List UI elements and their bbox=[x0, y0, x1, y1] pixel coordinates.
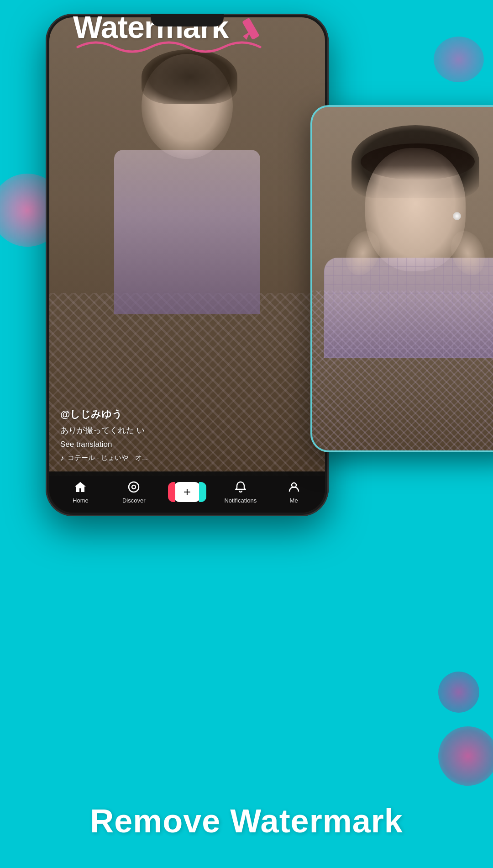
nav-item-home[interactable]: Home bbox=[62, 481, 99, 504]
svg-point-3 bbox=[132, 485, 136, 489]
plus-icon: + bbox=[184, 486, 191, 498]
bottom-navigation: Home Discover bbox=[49, 471, 325, 513]
nav-item-notifications[interactable]: Notifications bbox=[222, 481, 259, 504]
nav-item-add[interactable]: + bbox=[169, 482, 205, 502]
video-text-overlay: @しじみゆう ありが撮ってくれた い See translation ♪ コテー… bbox=[60, 408, 288, 462]
phone-frame: @しじみゆう ありが撮ってくれた い See translation ♪ コテー… bbox=[46, 14, 329, 516]
discover-icon bbox=[127, 481, 140, 495]
me-label: Me bbox=[290, 497, 298, 504]
nav-item-me[interactable]: Me bbox=[276, 481, 312, 504]
screenshot-card bbox=[310, 105, 493, 452]
me-icon bbox=[288, 481, 300, 495]
remove-watermark-text: Remove Watermark bbox=[0, 801, 493, 841]
video-music-info: ♪ コテール - じょいや オ... bbox=[60, 454, 288, 462]
person-figure bbox=[123, 40, 251, 314]
phone-screen: @しじみゆう ありが撮ってくれた い See translation ♪ コテー… bbox=[49, 17, 325, 513]
card-shirt-texture bbox=[312, 291, 493, 450]
discover-label: Discover bbox=[122, 497, 146, 504]
video-background: @しじみゆう ありが撮ってくれた い See translation ♪ コテー… bbox=[49, 17, 325, 513]
home-icon bbox=[74, 481, 87, 495]
add-button[interactable]: + bbox=[173, 482, 201, 502]
phone-container: @しじみゆう ありが撮ってくれた い See translation ♪ コテー… bbox=[46, 14, 329, 516]
phone-notch bbox=[151, 14, 224, 26]
svg-point-2 bbox=[129, 482, 139, 492]
video-translation-link[interactable]: See translation bbox=[60, 440, 288, 449]
video-username: @しじみゆう bbox=[60, 408, 288, 421]
watermark-squiggle bbox=[73, 36, 269, 54]
music-note-icon: ♪ bbox=[60, 454, 64, 462]
nav-item-discover[interactable]: Discover bbox=[115, 481, 152, 504]
blob-pink-bottom-right bbox=[438, 726, 493, 786]
blob-pink-top-right bbox=[434, 37, 484, 82]
music-text: コテール - じょいや オ... bbox=[68, 454, 148, 462]
notifications-icon bbox=[234, 481, 247, 495]
notifications-label: Notifications bbox=[224, 497, 257, 504]
home-label: Home bbox=[73, 497, 89, 504]
remove-watermark-section: Remove Watermark bbox=[0, 801, 493, 841]
blob-purple-bottom-right bbox=[438, 672, 479, 713]
video-caption: ありが撮ってくれた い bbox=[60, 425, 288, 436]
